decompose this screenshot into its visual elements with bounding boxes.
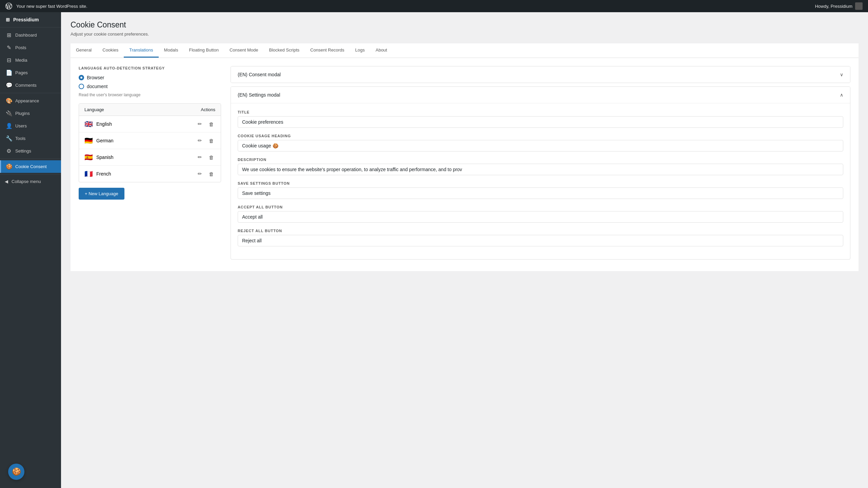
page-title: Cookie Consent xyxy=(71,20,859,29)
sidebar-divider xyxy=(0,27,61,27)
radio-hint: Read the user's browser language xyxy=(79,93,221,97)
sidebar-item-settings[interactable]: ⚙ Settings xyxy=(0,145,61,157)
fab-icon[interactable]: 🍪 xyxy=(8,464,24,480)
table-row: 🇬🇧 English ✏ 🗑 xyxy=(79,116,221,133)
chevron-up-icon: ∧ xyxy=(840,92,843,98)
radio-browser-label: Browser xyxy=(87,75,104,80)
comments-icon: 💬 xyxy=(6,82,12,88)
sidebar-item-label: Comments xyxy=(15,83,37,88)
form-group-save-settings-btn: SAVE SETTINGS BUTTON xyxy=(238,181,843,199)
field-input-accept-all-btn[interactable] xyxy=(238,211,843,223)
tab-cookies[interactable]: Cookies xyxy=(97,43,124,58)
edit-button-de[interactable]: ✏ xyxy=(196,137,203,144)
lang-table-header: Language Actions xyxy=(79,104,221,116)
brand-icon: ⊞ xyxy=(6,17,10,22)
radio-group-strategy: Browser document xyxy=(79,75,221,89)
sidebar-item-users[interactable]: 👤 Users xyxy=(0,120,61,132)
form-group-description: DESCRIPTION xyxy=(238,158,843,175)
collapse-label: Collapse menu xyxy=(12,179,41,184)
tab-translations[interactable]: Translations xyxy=(124,43,158,58)
collapse-menu-button[interactable]: ◀ Collapse menu xyxy=(0,176,61,187)
admin-bar-right: Howdy, Pressidium xyxy=(815,2,863,10)
sidebar-brand: ⊞ Pressidium xyxy=(0,12,61,26)
sidebar-item-comments[interactable]: 💬 Comments xyxy=(0,79,61,92)
greeting-text: Howdy, Pressidium xyxy=(815,4,852,9)
main-layout: ⊞ Pressidium ⊞ Dashboard ✎ Posts ⊟ Media… xyxy=(0,12,868,488)
radio-browser[interactable]: Browser xyxy=(79,75,221,80)
sidebar-item-label: Appearance xyxy=(15,98,39,103)
tab-blocked-scripts[interactable]: Blocked Scripts xyxy=(263,43,305,58)
lang-actions-de: ✏ 🗑 xyxy=(196,137,215,144)
sidebar-item-pages[interactable]: 📄 Pages xyxy=(0,66,61,79)
field-input-description[interactable] xyxy=(238,164,843,175)
sidebar-item-label: Tools xyxy=(15,136,25,141)
edit-button-en[interactable]: ✏ xyxy=(196,120,203,128)
sidebar-item-plugins[interactable]: 🔌 Plugins xyxy=(0,107,61,120)
sidebar-item-appearance[interactable]: 🎨 Appearance xyxy=(0,95,61,107)
cookie-consent-icon: 🍪 xyxy=(6,163,12,170)
flag-es: 🇪🇸 xyxy=(84,153,93,161)
strategy-section-label: LANGUAGE AUTO-DETECTION STRATEGY xyxy=(79,66,221,70)
lang-label-de: German xyxy=(96,138,114,143)
lang-name-en: 🇬🇧 English xyxy=(84,120,112,128)
sidebar-item-label: Settings xyxy=(15,148,31,154)
admin-bar-left: Your new super fast WordPress site. xyxy=(5,3,87,9)
accordion-title-consent-modal: (EN) Consent modal xyxy=(238,72,281,77)
radio-browser-input[interactable] xyxy=(79,75,84,80)
lang-name-de: 🇩🇪 German xyxy=(84,137,114,145)
lang-name-es: 🇪🇸 Spanish xyxy=(84,153,114,161)
delete-button-es[interactable]: 🗑 xyxy=(208,154,215,161)
field-input-reject-all-btn[interactable] xyxy=(238,235,843,246)
radio-document[interactable]: document xyxy=(79,84,221,89)
sidebar-item-cookie-consent[interactable]: 🍪 Cookie Consent xyxy=(0,160,61,173)
tab-general[interactable]: General xyxy=(71,43,97,58)
new-language-button[interactable]: + New Language xyxy=(79,188,124,200)
lang-actions-en: ✏ 🗑 xyxy=(196,120,215,128)
edit-button-es[interactable]: ✏ xyxy=(196,154,203,161)
language-table: Language Actions 🇬🇧 English ✏ 🗑 xyxy=(79,103,221,182)
delete-button-de[interactable]: 🗑 xyxy=(208,137,215,144)
flag-fr: 🇫🇷 xyxy=(84,170,93,178)
field-label-reject-all-btn: REJECT ALL BUTTON xyxy=(238,229,843,233)
sidebar-item-label: Plugins xyxy=(15,111,30,116)
lang-label-fr: French xyxy=(96,171,111,177)
tab-logs[interactable]: Logs xyxy=(350,43,370,58)
flag-de: 🇩🇪 xyxy=(84,137,93,145)
tab-consent-records[interactable]: Consent Records xyxy=(305,43,350,58)
delete-button-fr[interactable]: 🗑 xyxy=(208,170,215,178)
tools-icon: 🔧 xyxy=(6,135,12,142)
field-input-cookie-usage-heading[interactable] xyxy=(238,140,843,151)
sidebar-divider-4 xyxy=(0,174,61,175)
content-area: Cookie Consent Adjust your cookie consen… xyxy=(61,12,868,488)
table-row: 🇪🇸 Spanish ✏ 🗑 xyxy=(79,149,221,166)
tab-modals[interactable]: Modals xyxy=(159,43,184,58)
cookie-consent-fab[interactable]: 🍪 xyxy=(8,464,24,480)
accordion-header-consent-modal[interactable]: (EN) Consent modal ∨ xyxy=(231,66,850,83)
site-title: Your new super fast WordPress site. xyxy=(16,4,87,9)
accordion-header-settings-modal[interactable]: (EN) Settings modal ∧ xyxy=(231,87,850,103)
table-row: 🇩🇪 German ✏ 🗑 xyxy=(79,133,221,149)
sidebar-divider-2 xyxy=(0,93,61,93)
edit-button-fr[interactable]: ✏ xyxy=(196,170,203,178)
tab-about[interactable]: About xyxy=(370,43,393,58)
field-input-save-settings-btn[interactable] xyxy=(238,187,843,199)
field-label-save-settings-btn: SAVE SETTINGS BUTTON xyxy=(238,181,843,185)
radio-document-label: document xyxy=(87,84,107,89)
tab-floating-button[interactable]: Floating Button xyxy=(183,43,224,58)
media-icon: ⊟ xyxy=(6,57,12,63)
field-input-title[interactable] xyxy=(238,116,843,128)
wordpress-logo-icon xyxy=(5,3,12,9)
sidebar-item-label: Media xyxy=(15,58,27,63)
sidebar-item-dashboard[interactable]: ⊞ Dashboard xyxy=(0,29,61,41)
delete-button-en[interactable]: 🗑 xyxy=(208,121,215,128)
tab-consent-mode[interactable]: Consent Mode xyxy=(224,43,264,58)
posts-icon: ✎ xyxy=(6,44,12,51)
sidebar-item-posts[interactable]: ✎ Posts xyxy=(0,41,61,54)
actions-col-header: Actions xyxy=(201,107,215,112)
radio-document-input[interactable] xyxy=(79,84,84,89)
sidebar-item-tools[interactable]: 🔧 Tools xyxy=(0,132,61,145)
right-panel: (EN) Consent modal ∨ (EN) Settings modal… xyxy=(231,66,850,263)
sidebar-item-media[interactable]: ⊟ Media xyxy=(0,54,61,66)
sidebar-item-label: Cookie Consent xyxy=(15,164,47,169)
table-row: 🇫🇷 French ✏ 🗑 xyxy=(79,166,221,182)
